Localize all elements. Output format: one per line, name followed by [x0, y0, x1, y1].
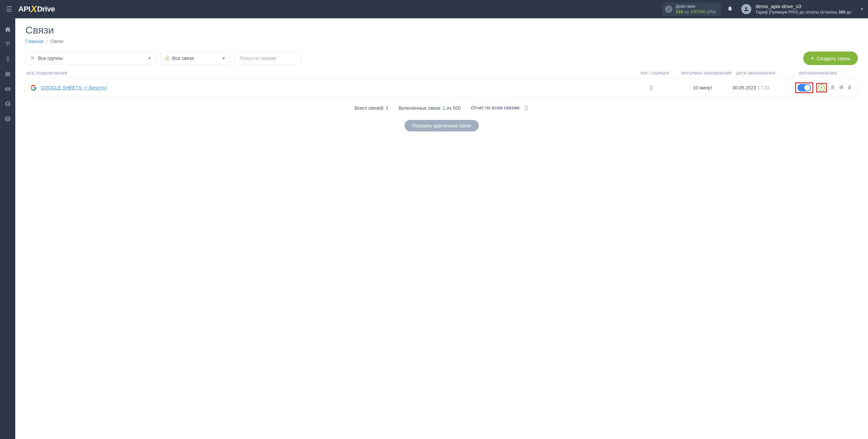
actions-pct: (0%): [706, 9, 716, 14]
svg-rect-2: [7, 42, 8, 43]
table-header: ВСЕ ПОДКЛЮЧЕНИЯ ЛОГ / ОШИБКИ ИНТЕРВАЛ ОБ…: [25, 71, 858, 78]
gear-icon[interactable]: [838, 84, 844, 91]
autoupdate-toggle[interactable]: [797, 84, 811, 91]
user-sub-suffix: дн: [845, 10, 851, 15]
page-title: Связи: [25, 24, 858, 36]
summary-enabled: Включенные связи: 1 из 500: [399, 105, 461, 111]
nav-connections-icon[interactable]: [4, 41, 12, 48]
highlight-toggle: [795, 82, 813, 93]
nav-profile-icon[interactable]: [4, 100, 12, 108]
th-auto: АВТООБНОВЛЕНИЕ: [795, 71, 856, 75]
date-value: 30.05.2023: [732, 85, 756, 90]
search-input[interactable]: [235, 51, 301, 65]
interval-value: 10 минут: [673, 85, 732, 90]
nav-billing-icon[interactable]: [4, 56, 12, 63]
breadcrumb: Главная / Связи: [25, 39, 858, 44]
google-icon: [31, 85, 37, 91]
logo-api: API: [18, 5, 30, 14]
chevron-down-icon: ▼: [222, 56, 225, 60]
nav-briefcase-icon[interactable]: [4, 70, 12, 78]
table-row: GOOGLE SHEETS -> (keycrm) 10 минут 30.05…: [25, 78, 858, 98]
logo-drive: Drive: [37, 5, 55, 14]
play-icon: [165, 56, 170, 61]
breadcrumb-sep: /: [46, 39, 47, 44]
user-menu[interactable]: demo_apix-drive_s3 Тариф |Премиум PRO| д…: [741, 3, 864, 15]
actions-counter[interactable]: i Действия: 216 из 100'000 (0%): [662, 2, 721, 16]
nav-help-icon[interactable]: [4, 115, 12, 123]
show-deleted-button[interactable]: Показать удаленные связи: [405, 120, 479, 131]
user-name: demo_apix-drive_s3: [755, 3, 851, 10]
actions-iz: из: [683, 9, 690, 14]
topbar: ☰ API X Drive i Действия: 216 из 100'000…: [0, 0, 868, 18]
actions-used: 216: [676, 9, 683, 14]
nav-home-icon[interactable]: [4, 26, 12, 33]
main-content: Связи Главная / Связи Все группы ▼ Все с…: [15, 18, 868, 439]
create-connection-button[interactable]: + Создать связь: [803, 51, 858, 65]
th-name: ВСЕ ПОДКЛЮЧЕНИЯ: [27, 71, 633, 75]
breadcrumb-home[interactable]: Главная: [25, 39, 43, 44]
svg-point-8: [7, 120, 8, 121]
th-date: ДАТА ОБНОВЛЕНИЯ: [736, 71, 795, 75]
report-icon[interactable]: [523, 105, 529, 110]
menu-toggle-icon[interactable]: ☰: [4, 3, 14, 15]
create-label: Создать связь: [817, 56, 850, 61]
svg-rect-1: [9, 42, 10, 43]
avatar-icon: [741, 4, 751, 14]
nav-video-icon[interactable]: [4, 85, 12, 93]
th-interval: ИНТЕРВАЛ ОБНОВЛЕНИЯ: [677, 71, 736, 75]
actions-label: Действия:: [676, 4, 716, 9]
groups-label: Все группы: [38, 56, 63, 61]
run-button[interactable]: [818, 84, 825, 91]
groups-select[interactable]: Все группы ▼: [25, 51, 156, 65]
th-log: ЛОГ / ОШИБКИ: [633, 71, 677, 75]
folder-icon: [30, 56, 35, 61]
bell-icon[interactable]: [727, 5, 733, 13]
info-icon: i: [665, 5, 672, 13]
breadcrumb-current: Связи: [50, 39, 63, 44]
copy-icon[interactable]: [830, 84, 835, 91]
sidebar: [0, 18, 15, 439]
summary-report: Отчет по всем связям:: [471, 105, 520, 110]
time-value: 17:33: [757, 85, 769, 90]
connections-filter-select[interactable]: Все связи ▼: [160, 51, 230, 65]
summary-total: Всего связей: 1: [355, 105, 389, 111]
svg-point-6: [7, 102, 8, 104]
connection-name-link[interactable]: GOOGLE SHEETS -> (keycrm): [41, 85, 107, 90]
svg-rect-0: [5, 42, 6, 43]
actions-limit: 100'000: [690, 9, 706, 14]
user-sub-prefix: Тариф |Премиум PRO| до оплаты осталось: [755, 10, 839, 15]
trash-icon[interactable]: [847, 84, 852, 91]
plus-icon: +: [811, 55, 814, 61]
chevron-down-icon: ▼: [147, 56, 151, 60]
summary-row: Всего связей: 1 Включенные связи: 1 из 5…: [25, 105, 858, 111]
conns-label: Все связи: [172, 56, 194, 61]
log-button[interactable]: [629, 85, 673, 91]
highlight-play: [816, 83, 827, 92]
logo-x-icon: X: [31, 4, 37, 15]
svg-rect-3: [7, 45, 8, 46]
chevron-down-icon: ▼: [860, 7, 864, 12]
user-sub-days: 360: [839, 10, 845, 15]
logo[interactable]: API X Drive: [18, 4, 55, 15]
